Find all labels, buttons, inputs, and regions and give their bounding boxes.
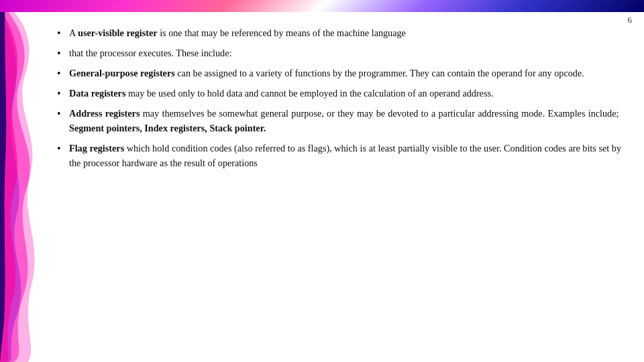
bold-term: Address registers [69,108,140,119]
bold-term: Segment pointers, Index registers, Stack… [69,123,266,133]
bold-term: General-purpose registers [69,68,175,78]
list-item: that the processor executes. These inclu… [57,46,621,60]
top-banner [0,0,644,12]
list-item: Data registers may be used only to hold … [57,86,621,101]
bold-term: Data registers [69,88,125,99]
page-number: 6 [628,15,633,25]
bold-term: Flag registers [69,143,124,154]
main-content: A user-visible register is one that may … [37,19,635,355]
list-item: Flag registers which hold condition code… [57,141,621,170]
list-item: General-purpose registers can be assigne… [57,66,621,80]
bold-term: user-visible register [78,27,158,38]
bullet-list: A user-visible register is one that may … [57,25,621,170]
list-item: A user-visible register is one that may … [57,25,621,40]
list-item: Address registers may themselves be some… [57,106,621,135]
